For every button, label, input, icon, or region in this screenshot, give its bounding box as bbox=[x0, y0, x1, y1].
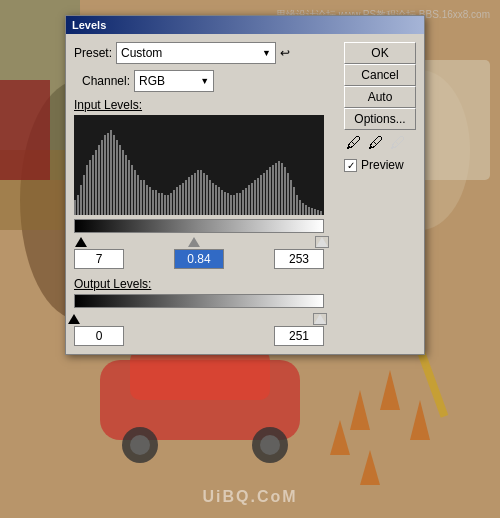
channel-dropdown[interactable]: RGB ▼ bbox=[134, 70, 214, 92]
reset-icon[interactable]: ↩ bbox=[280, 46, 290, 60]
svg-rect-89 bbox=[281, 163, 283, 215]
channel-label: Channel: bbox=[82, 74, 130, 88]
svg-rect-92 bbox=[290, 180, 292, 215]
svg-rect-26 bbox=[92, 155, 94, 215]
svg-rect-84 bbox=[266, 170, 268, 215]
gray-eyedropper-icon[interactable]: 🖊 bbox=[368, 134, 384, 152]
svg-rect-33 bbox=[113, 135, 115, 215]
preset-dropdown[interactable]: Custom ▼ bbox=[116, 42, 276, 64]
svg-rect-86 bbox=[272, 165, 274, 215]
svg-rect-27 bbox=[95, 150, 97, 215]
svg-rect-24 bbox=[86, 165, 88, 215]
input-black-field[interactable] bbox=[74, 249, 124, 269]
svg-rect-20 bbox=[74, 200, 76, 215]
dialog-titlebar: Levels bbox=[66, 16, 424, 34]
svg-rect-41 bbox=[137, 175, 139, 215]
svg-rect-99 bbox=[311, 208, 313, 215]
svg-rect-59 bbox=[191, 175, 193, 215]
input-black-slider[interactable] bbox=[75, 237, 87, 247]
svg-rect-37 bbox=[125, 155, 127, 215]
svg-rect-71 bbox=[227, 193, 229, 215]
svg-rect-43 bbox=[143, 180, 145, 215]
input-white-slider[interactable] bbox=[316, 237, 328, 247]
dialog-inner: Preset: Custom ▼ ↩ Channel: RGB ▼ bbox=[74, 42, 416, 346]
svg-rect-22 bbox=[80, 185, 82, 215]
output-gradient-area bbox=[74, 294, 324, 324]
svg-rect-25 bbox=[89, 160, 91, 215]
svg-rect-48 bbox=[158, 193, 160, 215]
levels-dialog: Levels Preset: Custom ▼ ↩ Channel: bbox=[65, 15, 425, 355]
svg-rect-30 bbox=[104, 135, 106, 215]
svg-rect-76 bbox=[242, 190, 244, 215]
svg-rect-61 bbox=[197, 170, 199, 215]
svg-rect-73 bbox=[233, 195, 235, 215]
output-gradient-bar bbox=[74, 294, 324, 308]
input-levels-label: Input Levels: bbox=[74, 98, 336, 112]
svg-rect-31 bbox=[107, 133, 109, 215]
svg-rect-88 bbox=[278, 161, 280, 215]
svg-rect-91 bbox=[287, 173, 289, 215]
input-mid-field[interactable] bbox=[174, 249, 224, 269]
svg-point-8 bbox=[260, 435, 280, 455]
output-white-slider[interactable] bbox=[314, 314, 326, 324]
input-levels-values bbox=[74, 249, 324, 269]
svg-rect-101 bbox=[317, 210, 319, 215]
svg-rect-80 bbox=[254, 180, 256, 215]
svg-rect-4 bbox=[130, 350, 270, 400]
black-eyedropper-icon[interactable]: 🖊 bbox=[346, 134, 362, 152]
svg-rect-65 bbox=[209, 180, 211, 215]
svg-rect-42 bbox=[140, 180, 142, 215]
svg-rect-40 bbox=[134, 170, 136, 215]
svg-rect-75 bbox=[239, 193, 241, 215]
svg-rect-28 bbox=[98, 145, 100, 215]
output-black-field[interactable] bbox=[74, 326, 124, 346]
svg-rect-29 bbox=[101, 140, 103, 215]
svg-rect-68 bbox=[218, 187, 220, 215]
channel-row: Channel: RGB ▼ bbox=[82, 70, 336, 92]
svg-rect-23 bbox=[83, 175, 85, 215]
svg-rect-47 bbox=[155, 190, 157, 215]
svg-rect-82 bbox=[260, 175, 262, 215]
svg-rect-54 bbox=[176, 187, 178, 215]
input-mid-slider[interactable] bbox=[188, 237, 200, 247]
svg-rect-38 bbox=[128, 160, 130, 215]
cancel-button[interactable]: Cancel bbox=[344, 64, 416, 86]
svg-rect-69 bbox=[221, 190, 223, 215]
preset-label: Preset: bbox=[74, 46, 112, 60]
svg-rect-97 bbox=[305, 205, 307, 215]
options-button[interactable]: Options... bbox=[344, 108, 416, 130]
ok-button[interactable]: OK bbox=[344, 42, 416, 64]
preview-row: ✓ Preview bbox=[344, 158, 416, 172]
svg-rect-93 bbox=[293, 187, 295, 215]
channel-value: RGB bbox=[139, 74, 165, 88]
auto-button[interactable]: Auto bbox=[344, 86, 416, 108]
svg-rect-18 bbox=[0, 80, 50, 180]
preset-value: Custom bbox=[121, 46, 162, 60]
preview-checkbox[interactable]: ✓ bbox=[344, 159, 357, 172]
eyedropper-group: 🖊 🖊 🖊 bbox=[346, 134, 416, 152]
svg-rect-32 bbox=[110, 130, 112, 215]
svg-rect-77 bbox=[245, 188, 247, 215]
svg-rect-35 bbox=[119, 145, 121, 215]
svg-rect-78 bbox=[248, 185, 250, 215]
svg-rect-52 bbox=[170, 193, 172, 215]
svg-rect-64 bbox=[206, 175, 208, 215]
white-eyedropper-icon[interactable]: 🖊 bbox=[390, 134, 406, 152]
output-white-field[interactable] bbox=[274, 326, 324, 346]
dialog-right: OK Cancel Auto Options... 🖊 🖊 🖊 ✓ Previe… bbox=[336, 42, 416, 346]
histogram-svg bbox=[74, 115, 324, 215]
svg-rect-50 bbox=[164, 195, 166, 215]
svg-rect-51 bbox=[167, 195, 169, 215]
svg-rect-56 bbox=[182, 183, 184, 215]
svg-rect-100 bbox=[314, 209, 316, 215]
svg-rect-102 bbox=[320, 211, 322, 215]
svg-rect-46 bbox=[152, 190, 154, 215]
svg-rect-58 bbox=[188, 177, 190, 215]
svg-rect-87 bbox=[275, 163, 277, 215]
input-white-field[interactable] bbox=[274, 249, 324, 269]
output-slider-track bbox=[74, 310, 324, 324]
svg-rect-21 bbox=[77, 195, 79, 215]
svg-rect-94 bbox=[296, 195, 298, 215]
output-black-slider[interactable] bbox=[68, 314, 80, 324]
svg-rect-36 bbox=[122, 150, 124, 215]
